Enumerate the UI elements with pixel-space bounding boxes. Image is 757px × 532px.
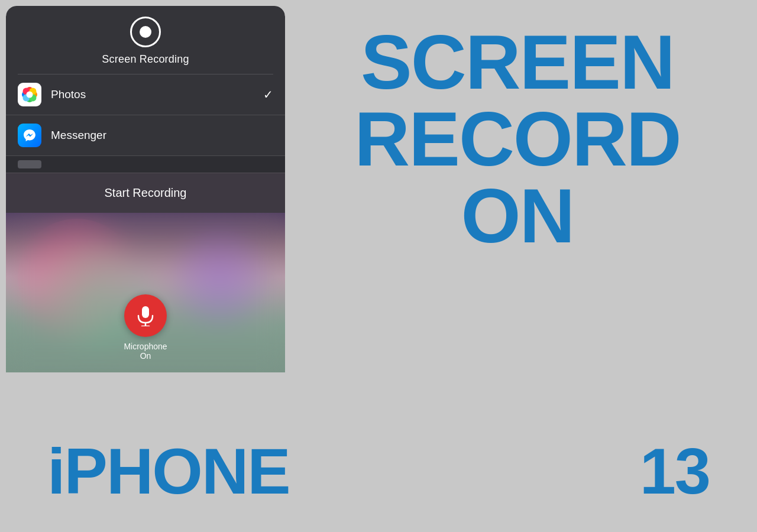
photos-flower-svg — [20, 85, 40, 105]
footer-text: iPHONE 13 — [12, 433, 745, 508]
app-item-photos[interactable]: Photos ✓ — [6, 74, 285, 115]
recording-header: Screen Recording — [18, 17, 273, 74]
microphone-status: On — [140, 351, 151, 361]
screen-recording-panel: Screen Recording Photos — [6, 6, 285, 402]
microphone-label: Microphone — [124, 342, 167, 351]
messenger-logo-svg — [22, 128, 37, 142]
footer-iphone-label: iPHONE — [47, 433, 290, 508]
photos-checkmark: ✓ — [263, 87, 273, 102]
panel-top: Screen Recording — [6, 6, 285, 74]
record-dot — [140, 26, 151, 38]
app-item-partial — [6, 156, 285, 173]
svg-rect-9 — [142, 306, 149, 318]
footer-number-label: 13 — [640, 433, 710, 508]
screen-recording-title: Screen Recording — [102, 53, 189, 66]
microphone-section: Microphone On — [124, 294, 167, 361]
photos-app-icon — [18, 83, 41, 106]
photos-app-name: Photos — [51, 88, 263, 101]
panel-bottom-blur: Microphone On — [6, 213, 285, 372]
headline-block: SCREEN RECORD ON — [290, 24, 745, 254]
app-list: Photos ✓ Messenger — [6, 74, 285, 173]
app-item-messenger[interactable]: Messenger — [6, 115, 285, 156]
microphone-button[interactable] — [124, 294, 167, 337]
messenger-app-icon — [18, 124, 41, 147]
start-recording-button[interactable]: Start Recording — [6, 173, 285, 213]
messenger-app-name: Messenger — [51, 129, 273, 142]
record-icon-circle — [130, 17, 161, 47]
microphone-icon-svg — [136, 305, 155, 326]
headline-line2: RECORD — [290, 100, 745, 177]
svg-point-8 — [27, 92, 33, 98]
headline-line3: ON — [290, 177, 745, 254]
headline-line1: SCREEN — [290, 24, 745, 100]
